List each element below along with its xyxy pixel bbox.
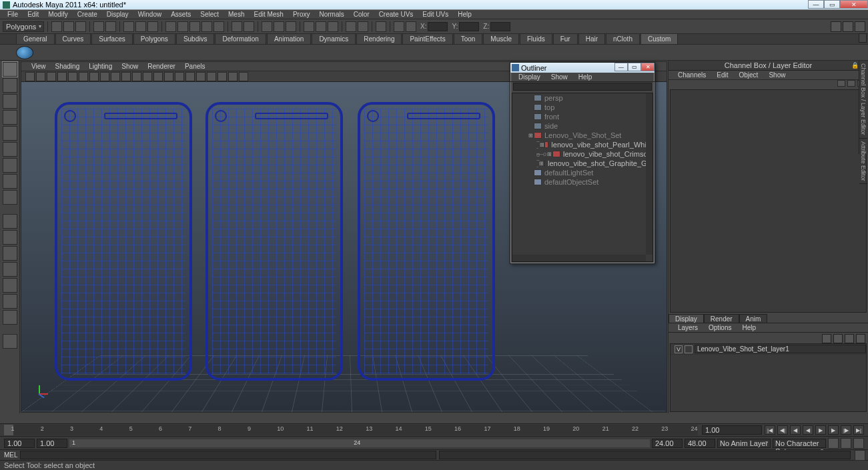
menu-display[interactable]: Display <box>102 11 133 18</box>
toggle-tool-icon[interactable] <box>358 21 368 32</box>
layout-two-side-icon[interactable] <box>3 246 17 261</box>
layer-type-toggle[interactable] <box>685 345 693 353</box>
menu-edit-uvs[interactable]: Edit UVs <box>418 11 453 18</box>
select-by-component-icon[interactable] <box>147 21 158 32</box>
current-time-field[interactable]: 1.00 <box>702 425 762 435</box>
shelf-tab-painteffects[interactable]: PaintEffects <box>402 33 452 44</box>
maximize-button[interactable]: ▭ <box>824 0 840 9</box>
auto-key-icon[interactable] <box>828 438 839 449</box>
menu-create-uvs[interactable]: Create UVs <box>374 11 418 18</box>
layout-two-stacked-icon[interactable] <box>3 262 17 277</box>
outliner-window[interactable]: Outliner — ▭ ✕ DisplayShowHelp persptopf… <box>510 62 655 264</box>
panel-menu-lighting[interactable]: Lighting <box>84 63 117 70</box>
menu-edit[interactable]: Edit <box>23 11 43 18</box>
layer-new-selected-icon[interactable] <box>856 334 865 343</box>
shelf-tab-general[interactable]: General <box>16 33 55 44</box>
shelf-tab-curves[interactable]: Curves <box>55 33 91 44</box>
range-end-all-field[interactable]: 48.00 <box>685 439 715 448</box>
shelf-tab-deformation[interactable]: Deformation <box>215 33 266 44</box>
layer-menu-layers[interactable]: Layers <box>673 324 703 331</box>
custom-shelf-item-icon[interactable] <box>16 46 33 59</box>
outliner-scrollbar-h[interactable] <box>512 255 646 261</box>
vp-grid-icon[interactable] <box>79 72 88 81</box>
prefs-icon[interactable] <box>853 438 864 449</box>
shelf-menu-icon[interactable] <box>859 33 867 43</box>
outliner-item[interactable]: ⊞lenovo_vibe_shot_Graphite_Grey <box>512 159 653 168</box>
range-bar[interactable]: 1 24 <box>69 439 650 447</box>
channel-box-toggle-icon[interactable] <box>855 21 865 32</box>
snap-point-icon[interactable] <box>189 21 200 32</box>
side-tab[interactable]: Attribute Editor <box>859 139 867 185</box>
outliner-item[interactable]: defaultObjectSet <box>512 177 653 187</box>
vp-isolate-icon[interactable] <box>218 72 227 81</box>
vp-xray-icon[interactable] <box>228 72 238 81</box>
range-end-field[interactable]: 24.00 <box>652 439 683 448</box>
menu-window[interactable]: Window <box>133 11 167 18</box>
layer-name-field[interactable] <box>695 345 866 353</box>
vp-resolution-gate-icon[interactable] <box>100 72 109 81</box>
script-editor-icon[interactable] <box>855 450 865 461</box>
outliner-close-button[interactable]: ✕ <box>641 63 655 71</box>
vp-safe-title-icon[interactable] <box>143 72 152 81</box>
vp-wireframe-icon[interactable] <box>153 72 163 81</box>
open-scene-icon[interactable] <box>63 21 74 32</box>
menu-assets[interactable]: Assets <box>166 11 195 18</box>
outliner-minimize-button[interactable]: — <box>614 63 628 71</box>
play-backward-icon[interactable]: ◀ <box>803 425 813 435</box>
layout-single-icon[interactable] <box>3 214 17 229</box>
menu-color[interactable]: Color <box>349 11 374 18</box>
hypershade-icon[interactable] <box>304 21 314 32</box>
undo-icon[interactable] <box>93 21 104 32</box>
outliner-menu-show[interactable]: Show <box>546 73 573 81</box>
redo-icon[interactable] <box>105 21 116 32</box>
paint-select-tool-icon[interactable] <box>3 94 17 109</box>
snap-curve-icon[interactable] <box>177 21 188 32</box>
layout-persp-outliner-icon[interactable] <box>3 294 17 309</box>
shelf-tab-fur[interactable]: Fur <box>553 33 578 44</box>
layer-tab-anim[interactable]: Anim <box>739 314 768 323</box>
show-manip-icon[interactable] <box>346 21 356 32</box>
layer-row[interactable]: V <box>671 344 866 355</box>
step-forward-key-icon[interactable]: |▶ <box>841 425 851 435</box>
outliner-titlebar[interactable]: Outliner — ▭ ✕ <box>510 63 655 73</box>
step-back-key-icon[interactable]: ◀| <box>777 425 788 435</box>
shelf-tab-animation[interactable]: Animation <box>267 33 311 44</box>
layer-move-down-icon[interactable] <box>833 334 843 343</box>
layer-menu-options[interactable]: Options <box>703 324 737 331</box>
range-start-all-field[interactable]: 1.00 <box>4 439 35 448</box>
vp-lights-icon[interactable] <box>185 72 195 81</box>
snap-plane-icon[interactable] <box>201 21 212 32</box>
shelf-tab-subdivs[interactable]: Subdivs <box>176 33 215 44</box>
lasso-tool-icon[interactable] <box>3 78 17 93</box>
shelf-tab-ncloth[interactable]: nCloth <box>606 33 640 44</box>
menu-help[interactable]: Help <box>453 11 476 18</box>
move-tool-icon[interactable] <box>3 110 17 125</box>
panel-menu-renderer[interactable]: Renderer <box>143 63 180 70</box>
render-settings-icon[interactable] <box>286 21 296 32</box>
cb-manip-icon[interactable] <box>837 80 845 87</box>
select-by-object-icon[interactable] <box>135 21 146 32</box>
history-on-icon[interactable] <box>232 21 242 32</box>
vp-gate-mask-icon[interactable] <box>111 72 120 81</box>
close-button[interactable]: ✕ <box>840 0 868 9</box>
snap-live-icon[interactable] <box>213 21 224 32</box>
menu-proxy[interactable]: Proxy <box>288 11 315 18</box>
universal-manip-tool-icon[interactable] <box>3 158 17 173</box>
command-input[interactable] <box>20 451 436 459</box>
layout-three-icon[interactable] <box>3 278 17 293</box>
shelf-tab-hair[interactable]: Hair <box>578 33 605 44</box>
shelf-tab-custom[interactable]: Custom <box>640 33 678 44</box>
snap-grid-icon[interactable] <box>165 21 176 32</box>
anim-layer-selector[interactable]: No Anim Layer <box>717 439 771 448</box>
layer-menu-help[interactable]: Help <box>737 324 761 331</box>
go-to-end-icon[interactable]: ▶| <box>853 425 864 435</box>
menu-select[interactable]: Select <box>195 11 224 18</box>
outliner-item[interactable]: ⊞lenovo_vibe_shot_Crimson <box>512 149 653 159</box>
time-slider[interactable]: 123456789101112131415161718192021222324 … <box>0 423 868 437</box>
soft-mod-tool-icon[interactable] <box>3 174 17 189</box>
ipr-render-icon[interactable] <box>274 21 284 32</box>
set-key-icon[interactable] <box>841 438 851 449</box>
panel-menu-view[interactable]: View <box>27 63 51 70</box>
outliner-menu-display[interactable]: Display <box>513 73 546 81</box>
transform-absolute-icon[interactable] <box>394 21 404 32</box>
